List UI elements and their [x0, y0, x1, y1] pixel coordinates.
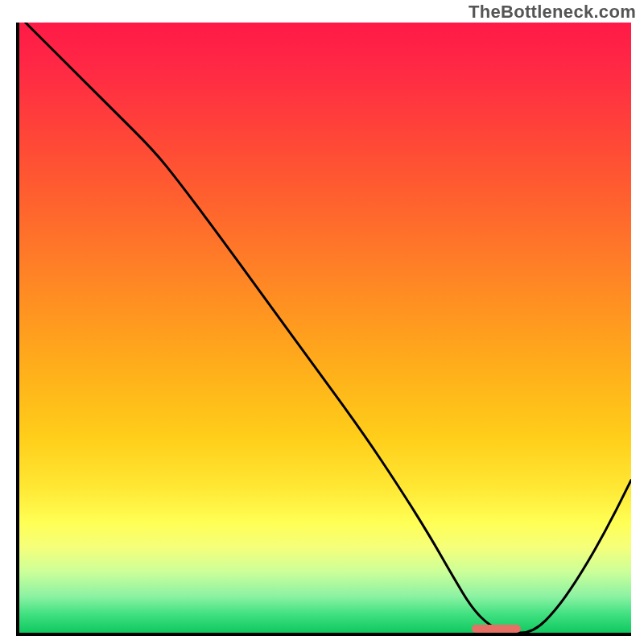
watermark-label: TheBottleneck.com	[469, 2, 636, 23]
bottleneck-curve	[19, 23, 631, 633]
plot-area	[16, 23, 631, 636]
chart-root: TheBottleneck.com	[0, 0, 644, 644]
optimal-range-marker	[472, 625, 521, 633]
